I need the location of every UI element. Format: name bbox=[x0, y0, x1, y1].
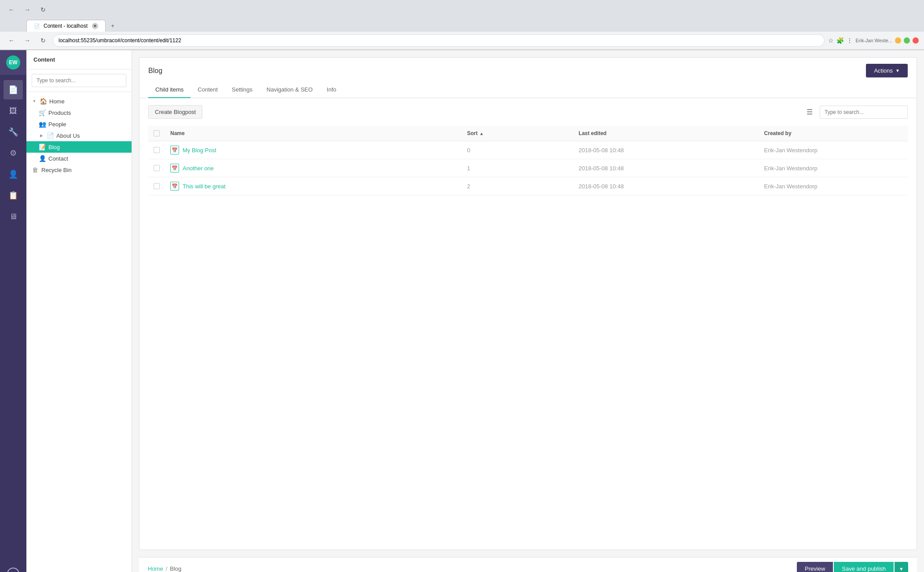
col-header-name[interactable]: Name bbox=[165, 126, 462, 141]
blog-icon: 📝 bbox=[39, 143, 46, 150]
tab-info[interactable]: Info bbox=[320, 82, 344, 98]
tree-label-products: Products bbox=[48, 110, 71, 116]
row3-sort: 2 bbox=[462, 177, 573, 195]
users-icon: 👤 bbox=[8, 169, 18, 179]
sidebar-item-forms[interactable]: 📋 bbox=[4, 186, 23, 205]
tab-settings[interactable]: Settings bbox=[225, 82, 260, 98]
user-avatar-area[interactable]: EW bbox=[0, 50, 26, 75]
col-header-created-by[interactable]: Created by bbox=[759, 126, 908, 141]
row3-item-icon: 📅 bbox=[170, 182, 179, 191]
row2-name[interactable]: 📅 Another one bbox=[165, 159, 462, 177]
tabs-bar: Child items Content Settings Navigation … bbox=[139, 82, 917, 98]
col-header-sort[interactable]: Sort ▲ bbox=[462, 126, 573, 141]
table-row[interactable]: 📅 My Blog Post 0 2018-05-08 10:48 bbox=[148, 141, 908, 159]
browser-toolbar: ← → ↻ ☆ 🧩 ⋮ Erik-Jan Weste... bbox=[0, 32, 924, 50]
save-publish-button[interactable]: Save and publish bbox=[834, 562, 894, 572]
row2-created-by: Erik-Jan Westendorp bbox=[759, 159, 908, 177]
user-display: Erik-Jan Weste... bbox=[855, 38, 892, 43]
row2-sort: 1 bbox=[462, 159, 573, 177]
table-row[interactable]: 📅 This will be great 2 2018-05-08 10:48 bbox=[148, 177, 908, 195]
reload-button[interactable]: ↻ bbox=[37, 34, 49, 47]
tab-close-button[interactable]: ✕ bbox=[92, 23, 98, 29]
home-expander[interactable]: ▼ bbox=[32, 99, 37, 104]
row1-created-by: Erik-Jan Westendorp bbox=[759, 141, 908, 159]
save-publish-dropdown-button[interactable]: ▼ bbox=[895, 562, 908, 572]
browser-tab-active[interactable]: 📄 Content - localhost ✕ bbox=[26, 20, 106, 32]
child-items-content: Create Blogpost ☰ bbox=[139, 98, 917, 550]
toolbar-right: ☰ bbox=[805, 106, 908, 119]
create-blogpost-button[interactable]: Create Blogpost bbox=[148, 105, 202, 119]
tab-favicon: 📄 bbox=[34, 23, 40, 29]
tab-content[interactable]: Content bbox=[191, 82, 225, 98]
help-icon[interactable]: ? bbox=[7, 568, 19, 572]
tree-item-home[interactable]: ▼ 🏠 Home bbox=[26, 95, 132, 107]
tab-bar: 📄 Content - localhost ✕ + bbox=[0, 19, 924, 32]
panel-header: Blog Actions ▼ bbox=[139, 58, 917, 77]
row3-name[interactable]: 📅 This will be great bbox=[165, 177, 462, 195]
row1-name[interactable]: 📅 My Blog Post bbox=[165, 141, 462, 159]
sidebar-item-users[interactable]: 👤 bbox=[4, 165, 23, 184]
minimize-button[interactable] bbox=[895, 37, 901, 44]
tree-item-recycle-bin[interactable]: 🗑 Recycle Bin bbox=[26, 164, 132, 176]
row1-sort: 0 bbox=[462, 141, 573, 159]
preview-button[interactable]: Preview bbox=[797, 562, 833, 572]
row1-last-edited: 2018-05-08 10:48 bbox=[573, 141, 759, 159]
maximize-button[interactable] bbox=[904, 37, 910, 44]
row1-check[interactable] bbox=[148, 141, 165, 159]
tree-item-about-us[interactable]: ▶ 📄 About Us bbox=[26, 130, 132, 141]
nav-icons: 📄 🖼 🔧 ⚙ 👤 📋 🖥 bbox=[4, 75, 23, 568]
tab-child-items-label: Child items bbox=[155, 86, 183, 93]
new-tab-button[interactable]: + bbox=[106, 19, 119, 32]
sidebar-item-media[interactable]: 🖼 bbox=[4, 101, 23, 121]
menu-icon[interactable]: ⋮ bbox=[847, 37, 853, 44]
nav-back-button[interactable]: ← bbox=[5, 4, 18, 16]
tree-label-contact: Contact bbox=[48, 155, 68, 162]
tree-item-blog[interactable]: 📝 Blog bbox=[26, 141, 132, 153]
bottom-actions: Preview Save and publish ▼ bbox=[797, 562, 908, 572]
app-container: EW 📄 🖼 🔧 ⚙ 👤 📋 🖥 bbox=[0, 50, 924, 572]
forward-button[interactable]: → bbox=[21, 34, 33, 47]
extensions-icon[interactable]: 🧩 bbox=[836, 37, 844, 44]
row2-check[interactable] bbox=[148, 159, 165, 177]
actions-dropdown-icon: ▼ bbox=[895, 68, 900, 73]
tab-navigation-seo-label: Navigation & SEO bbox=[267, 86, 313, 93]
browser-actions: ☆ 🧩 ⋮ Erik-Jan Weste... bbox=[828, 37, 919, 44]
content-icon: 📄 bbox=[8, 85, 18, 95]
col-header-last-edited[interactable]: Last edited bbox=[573, 126, 759, 141]
preview-label: Preview bbox=[805, 565, 825, 572]
child-search-input[interactable] bbox=[820, 106, 908, 119]
actions-button[interactable]: Actions ▼ bbox=[866, 64, 908, 77]
row3-check[interactable] bbox=[148, 177, 165, 195]
browser-titlebar: ← → ↻ bbox=[0, 0, 924, 19]
about-expander[interactable]: ▶ bbox=[39, 133, 44, 138]
breadcrumb-home[interactable]: Home bbox=[148, 565, 163, 572]
sidebar-item-components[interactable]: 🖥 bbox=[4, 207, 23, 226]
components-icon: 🖥 bbox=[9, 212, 17, 221]
address-bar[interactable] bbox=[53, 34, 825, 47]
row1-item-icon: 📅 bbox=[170, 146, 179, 154]
select-all-checkbox[interactable] bbox=[154, 130, 160, 136]
items-table: Name Sort ▲ Last edited bbox=[148, 126, 908, 195]
settings-icon: 🔧 bbox=[8, 127, 18, 137]
tree-item-contact[interactable]: 👤 Contact bbox=[26, 153, 132, 164]
list-view-button[interactable]: ☰ bbox=[805, 106, 814, 118]
close-button[interactable] bbox=[913, 37, 919, 44]
sidebar-item-gear[interactable]: ⚙ bbox=[4, 143, 23, 163]
tree-item-products[interactable]: 🛒 Products bbox=[26, 107, 132, 118]
panel-title: Blog bbox=[148, 67, 162, 75]
sidebar-item-content[interactable]: 📄 bbox=[4, 80, 23, 99]
tree-search-input[interactable] bbox=[32, 74, 126, 87]
tab-child-items[interactable]: Child items bbox=[148, 82, 191, 98]
sidebar-item-settings[interactable]: 🔧 bbox=[4, 122, 23, 142]
help-area[interactable]: ? bbox=[7, 568, 19, 572]
nav-forward-button[interactable]: → bbox=[21, 4, 33, 16]
tab-navigation-seo[interactable]: Navigation & SEO bbox=[260, 82, 320, 98]
tree-item-people[interactable]: 👥 People bbox=[26, 118, 132, 130]
back-button[interactable]: ← bbox=[5, 34, 18, 47]
gear-icon: ⚙ bbox=[10, 148, 17, 158]
table-row[interactable]: 📅 Another one 1 2018-05-08 10:48 bbox=[148, 159, 908, 177]
nav-reload-button[interactable]: ↻ bbox=[37, 4, 49, 16]
bookmark-icon[interactable]: ☆ bbox=[828, 37, 834, 44]
list-view-icon: ☰ bbox=[807, 108, 813, 116]
tab-title: Content - localhost bbox=[44, 23, 88, 29]
